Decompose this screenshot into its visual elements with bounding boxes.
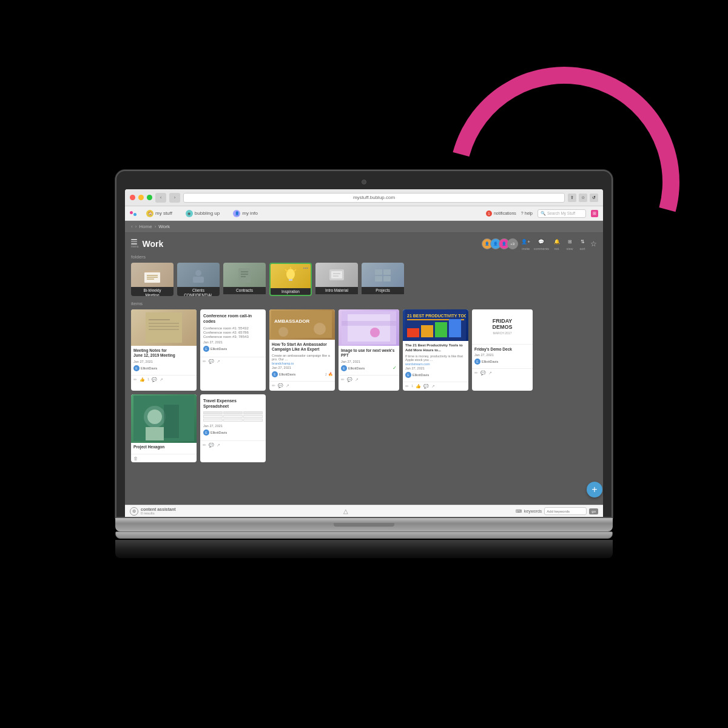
conf-meta3: Conference room #3: 78543: [203, 335, 263, 339]
folder-biweekly-img: [131, 263, 174, 287]
page-title: Work: [143, 239, 164, 249]
item-meeting-notes-img: [131, 309, 197, 346]
ambassador-title: How To Start An Ambassador Campaign Like…: [272, 342, 332, 352]
ppt-edit-icon[interactable]: ✏: [341, 377, 345, 382]
item-travel-expenses[interactable]: Travel Expenses Spreadsheet: [200, 394, 266, 462]
svg-rect-18: [375, 269, 382, 275]
meeting-notes-title: Meeting Notes forJune 12, 2019 Meeting: [133, 348, 194, 359]
ambassador-username: ElliottDavis: [279, 372, 295, 376]
item-friday-demo[interactable]: FRIDAYDEMOS MARCH 2017 Friday's Demo Dec…: [472, 309, 533, 391]
travel-date: Jan 27, 2021: [203, 424, 263, 428]
nextppt-avatar: E: [341, 365, 347, 371]
item-conference-room[interactable]: Conference room call-in codes Conference…: [200, 309, 266, 391]
conf-edit-icon[interactable]: ✏: [203, 359, 206, 364]
logo-circles: [130, 211, 136, 216]
item-meeting-notes[interactable]: Meeting Notes forJune 12, 2019 Meeting J…: [131, 309, 197, 391]
comments-btn[interactable]: 💬 comments: [534, 237, 549, 251]
search-box[interactable]: 🔍 Search My Stuff: [538, 209, 586, 218]
item-productivity[interactable]: 21 BEST PRODUCTIVITY TOOLS The 21 Best P…: [403, 309, 468, 391]
folder-more-btn[interactable]: •••: [303, 265, 308, 271]
comment-icon[interactable]: 💬: [152, 377, 157, 382]
browser-forward-btn[interactable]: ›: [169, 193, 180, 203]
amb-comment-icon[interactable]: 💬: [278, 383, 283, 388]
hexagon-actions: 🗑: [131, 454, 197, 462]
svg-point-29: [314, 323, 326, 335]
menu-icon[interactable]: menu: [131, 239, 139, 248]
ambassador-user: E ElliottDavis 2 🔥: [272, 371, 332, 377]
notifications-btn[interactable]: 🔔 not.: [552, 237, 562, 251]
view-btn[interactable]: ⊞ view: [565, 237, 575, 251]
ppt-comment-icon[interactable]: 💬: [347, 377, 352, 382]
productivity-source: wordstream.com: [405, 362, 466, 366]
keywords-go-btn[interactable]: go: [589, 508, 598, 514]
friday-username: ElliottDavis: [482, 360, 498, 363]
item-friday-img: FRIDAYDEMOS MARCH 2017: [472, 309, 533, 345]
svg-rect-41: [449, 319, 461, 337]
ambassador-desc: Create an ambassador campaign like a pro…: [272, 354, 332, 361]
svg-rect-44: [164, 405, 179, 438]
star-btn[interactable]: ☆: [590, 240, 597, 248]
amb-share-icon[interactable]: ↗: [286, 383, 289, 388]
share-icon[interactable]: ↗: [160, 377, 163, 382]
tab-my-stuff[interactable]: 🏠 my stuff: [143, 209, 176, 218]
friday-title: Friday's Demo Deck: [474, 347, 530, 352]
folder-inspiration[interactable]: ••• Inspiration: [269, 263, 312, 296]
work-header: menu Work 👤 👤 👤 +3: [131, 237, 597, 251]
tab-my-info[interactable]: 👤 my info: [229, 209, 261, 218]
hexagon-title: Project Hexagon: [133, 445, 194, 450]
avatar-group: 👤 👤 👤 +3: [482, 238, 518, 249]
svg-text:AMBASSADOR: AMBASSADOR: [274, 318, 309, 324]
folder-projects-name: Projects: [362, 287, 404, 294]
upload-icon[interactable]: △: [343, 508, 348, 514]
app-tabs: 🏠 my stuff ◉ bubbling up 👤 my info 1: [125, 206, 603, 221]
folders-row: Bi-WeeklyMeeting ClientsCONFIDENTIAL: [131, 263, 597, 296]
work-area: menu Work 👤 👤 👤 +3: [125, 233, 603, 505]
folder-biweekly[interactable]: Bi-WeeklyMeeting: [131, 263, 174, 296]
browser-share-icon[interactable]: ⇪: [568, 194, 576, 202]
browser-maximize-dot[interactable]: [147, 195, 152, 200]
browser-reload-icon[interactable]: ↺: [590, 194, 598, 202]
svg-rect-15: [331, 271, 342, 278]
like-icon[interactable]: 👍: [140, 377, 145, 382]
ambassador-date: Jan 27, 2021: [272, 366, 332, 369]
browser-close-dot[interactable]: [130, 195, 135, 200]
ppt-share-icon[interactable]: ↗: [355, 377, 359, 382]
folder-contracts[interactable]: Contracts: [223, 263, 266, 296]
conf-share-icon[interactable]: ↗: [217, 359, 220, 364]
invite-btn[interactable]: 👤+ invite: [521, 237, 531, 251]
app-content: ‹ › Home › Work: [125, 221, 603, 505]
browser-bar: ‹ › mystuff.bublup.com ⇪ ☆ ↺: [125, 189, 603, 206]
browser-bookmark-icon[interactable]: ☆: [579, 194, 587, 202]
folder-intro[interactable]: Intro Material: [315, 263, 358, 296]
folder-confidential[interactable]: ClientsCONFIDENTIAL: [177, 263, 220, 296]
svg-rect-39: [421, 325, 433, 337]
browser-back-btn[interactable]: ‹: [155, 193, 166, 203]
app-settings-btn[interactable]: ⊞: [591, 210, 598, 217]
folder-projects[interactable]: Projects: [362, 263, 404, 296]
fab-add-button[interactable]: +: [587, 482, 602, 497]
svg-rect-21: [383, 276, 391, 281]
sort-btn[interactable]: ⇅ sort: [578, 237, 587, 251]
bubbling-up-icon: ◉: [186, 210, 193, 217]
item-project-hexagon[interactable]: Project Hexagon 🗑: [131, 394, 197, 462]
browser-address-bar[interactable]: mystuff.bublup.com: [183, 193, 565, 203]
tab-bubbling-up[interactable]: ◉ bubbling up: [182, 209, 223, 218]
productivity-date: Jan 27, 2021: [405, 366, 466, 370]
amb-edit-icon[interactable]: ✏: [272, 383, 275, 388]
folder-contracts-name: Contracts: [223, 287, 266, 294]
keywords-label: keywords: [524, 509, 542, 513]
folder-biweekly-name: Bi-WeeklyMeeting: [131, 287, 174, 296]
bottom-center: △: [343, 508, 348, 514]
browser-minimize-dot[interactable]: [138, 195, 144, 200]
item-ambassador[interactable]: AMBASSADOR How To Start An Ambassador Ca…: [269, 309, 335, 391]
productivity-title: The 21 Best Productivity Tools to Add Mo…: [405, 343, 466, 353]
travel-username: ElliottDavis: [211, 431, 227, 434]
conf-comment-icon[interactable]: 💬: [209, 359, 214, 364]
keywords-input[interactable]: [544, 507, 587, 515]
edit-icon[interactable]: ✏: [133, 377, 137, 382]
help-area[interactable]: ? help: [521, 211, 533, 215]
item-next-ppt[interactable]: Image to use for next week's PPT Jan 27,…: [339, 309, 399, 391]
notifications-area[interactable]: 1 notifications: [486, 211, 516, 217]
logo-dot-pink: [130, 211, 133, 214]
notification-badge: 1: [486, 211, 492, 217]
